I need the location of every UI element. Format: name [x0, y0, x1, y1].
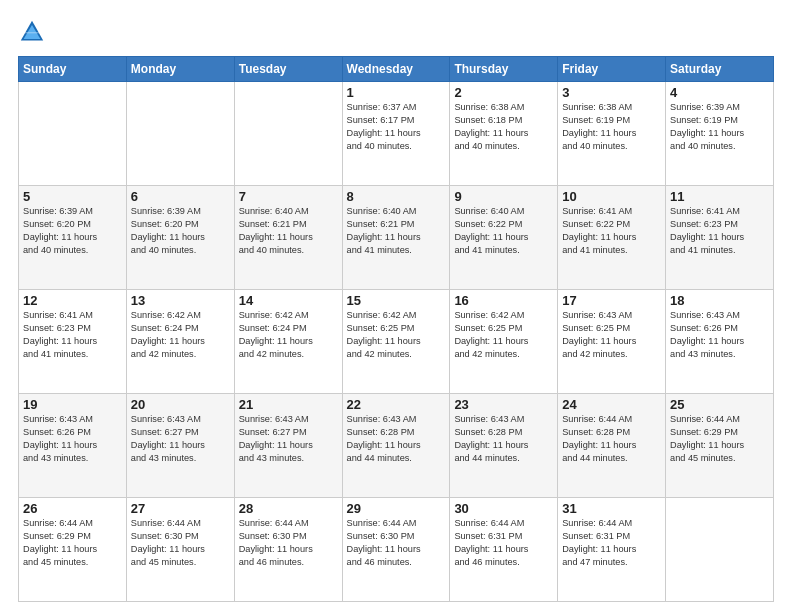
- calendar-cell: 11Sunrise: 6:41 AM Sunset: 6:23 PM Dayli…: [666, 186, 774, 290]
- day-number: 19: [23, 397, 122, 412]
- day-number: 25: [670, 397, 769, 412]
- calendar-cell: 12Sunrise: 6:41 AM Sunset: 6:23 PM Dayli…: [19, 290, 127, 394]
- calendar-cell: 25Sunrise: 6:44 AM Sunset: 6:29 PM Dayli…: [666, 394, 774, 498]
- day-number: 12: [23, 293, 122, 308]
- day-number: 1: [347, 85, 446, 100]
- calendar-cell: 17Sunrise: 6:43 AM Sunset: 6:25 PM Dayli…: [558, 290, 666, 394]
- day-number: 10: [562, 189, 661, 204]
- day-info: Sunrise: 6:43 AM Sunset: 6:25 PM Dayligh…: [562, 309, 661, 361]
- day-number: 3: [562, 85, 661, 100]
- calendar-cell: 14Sunrise: 6:42 AM Sunset: 6:24 PM Dayli…: [234, 290, 342, 394]
- day-info: Sunrise: 6:44 AM Sunset: 6:29 PM Dayligh…: [670, 413, 769, 465]
- calendar-cell: 27Sunrise: 6:44 AM Sunset: 6:30 PM Dayli…: [126, 498, 234, 602]
- day-number: 31: [562, 501, 661, 516]
- day-info: Sunrise: 6:44 AM Sunset: 6:30 PM Dayligh…: [239, 517, 338, 569]
- day-number: 15: [347, 293, 446, 308]
- calendar-cell: 26Sunrise: 6:44 AM Sunset: 6:29 PM Dayli…: [19, 498, 127, 602]
- day-number: 14: [239, 293, 338, 308]
- day-info: Sunrise: 6:39 AM Sunset: 6:20 PM Dayligh…: [23, 205, 122, 257]
- day-info: Sunrise: 6:43 AM Sunset: 6:27 PM Dayligh…: [239, 413, 338, 465]
- day-number: 6: [131, 189, 230, 204]
- day-number: 9: [454, 189, 553, 204]
- calendar-cell: 1Sunrise: 6:37 AM Sunset: 6:17 PM Daylig…: [342, 82, 450, 186]
- day-info: Sunrise: 6:44 AM Sunset: 6:29 PM Dayligh…: [23, 517, 122, 569]
- day-info: Sunrise: 6:41 AM Sunset: 6:23 PM Dayligh…: [23, 309, 122, 361]
- calendar-cell: 8Sunrise: 6:40 AM Sunset: 6:21 PM Daylig…: [342, 186, 450, 290]
- day-info: Sunrise: 6:43 AM Sunset: 6:28 PM Dayligh…: [454, 413, 553, 465]
- day-info: Sunrise: 6:38 AM Sunset: 6:18 PM Dayligh…: [454, 101, 553, 153]
- day-info: Sunrise: 6:43 AM Sunset: 6:26 PM Dayligh…: [23, 413, 122, 465]
- calendar-cell: 2Sunrise: 6:38 AM Sunset: 6:18 PM Daylig…: [450, 82, 558, 186]
- header: [18, 18, 774, 46]
- day-number: 11: [670, 189, 769, 204]
- calendar-cell: 16Sunrise: 6:42 AM Sunset: 6:25 PM Dayli…: [450, 290, 558, 394]
- calendar-cell: 5Sunrise: 6:39 AM Sunset: 6:20 PM Daylig…: [19, 186, 127, 290]
- day-number: 22: [347, 397, 446, 412]
- col-header-sunday: Sunday: [19, 57, 127, 82]
- day-info: Sunrise: 6:40 AM Sunset: 6:22 PM Dayligh…: [454, 205, 553, 257]
- col-header-thursday: Thursday: [450, 57, 558, 82]
- page: SundayMondayTuesdayWednesdayThursdayFrid…: [0, 0, 792, 612]
- day-number: 16: [454, 293, 553, 308]
- logo-icon: [18, 18, 46, 46]
- day-number: 28: [239, 501, 338, 516]
- day-number: 29: [347, 501, 446, 516]
- calendar-cell: 29Sunrise: 6:44 AM Sunset: 6:30 PM Dayli…: [342, 498, 450, 602]
- svg-rect-2: [25, 32, 39, 33]
- calendar-cell: 20Sunrise: 6:43 AM Sunset: 6:27 PM Dayli…: [126, 394, 234, 498]
- col-header-monday: Monday: [126, 57, 234, 82]
- day-info: Sunrise: 6:40 AM Sunset: 6:21 PM Dayligh…: [347, 205, 446, 257]
- day-info: Sunrise: 6:44 AM Sunset: 6:30 PM Dayligh…: [131, 517, 230, 569]
- calendar-cell: [666, 498, 774, 602]
- day-number: 4: [670, 85, 769, 100]
- day-info: Sunrise: 6:42 AM Sunset: 6:25 PM Dayligh…: [454, 309, 553, 361]
- col-header-friday: Friday: [558, 57, 666, 82]
- day-info: Sunrise: 6:39 AM Sunset: 6:20 PM Dayligh…: [131, 205, 230, 257]
- day-info: Sunrise: 6:43 AM Sunset: 6:28 PM Dayligh…: [347, 413, 446, 465]
- calendar-cell: 10Sunrise: 6:41 AM Sunset: 6:22 PM Dayli…: [558, 186, 666, 290]
- calendar-cell: 23Sunrise: 6:43 AM Sunset: 6:28 PM Dayli…: [450, 394, 558, 498]
- calendar-header-row: SundayMondayTuesdayWednesdayThursdayFrid…: [19, 57, 774, 82]
- day-info: Sunrise: 6:39 AM Sunset: 6:19 PM Dayligh…: [670, 101, 769, 153]
- day-number: 17: [562, 293, 661, 308]
- day-info: Sunrise: 6:44 AM Sunset: 6:28 PM Dayligh…: [562, 413, 661, 465]
- col-header-tuesday: Tuesday: [234, 57, 342, 82]
- day-info: Sunrise: 6:38 AM Sunset: 6:19 PM Dayligh…: [562, 101, 661, 153]
- day-info: Sunrise: 6:42 AM Sunset: 6:25 PM Dayligh…: [347, 309, 446, 361]
- calendar-table: SundayMondayTuesdayWednesdayThursdayFrid…: [18, 56, 774, 602]
- calendar-cell: 7Sunrise: 6:40 AM Sunset: 6:21 PM Daylig…: [234, 186, 342, 290]
- calendar-week-3: 12Sunrise: 6:41 AM Sunset: 6:23 PM Dayli…: [19, 290, 774, 394]
- day-info: Sunrise: 6:37 AM Sunset: 6:17 PM Dayligh…: [347, 101, 446, 153]
- day-info: Sunrise: 6:41 AM Sunset: 6:22 PM Dayligh…: [562, 205, 661, 257]
- day-number: 21: [239, 397, 338, 412]
- calendar-cell: [19, 82, 127, 186]
- day-number: 13: [131, 293, 230, 308]
- calendar-week-1: 1Sunrise: 6:37 AM Sunset: 6:17 PM Daylig…: [19, 82, 774, 186]
- calendar-cell: 30Sunrise: 6:44 AM Sunset: 6:31 PM Dayli…: [450, 498, 558, 602]
- logo: [18, 18, 50, 46]
- day-number: 2: [454, 85, 553, 100]
- calendar-cell: 24Sunrise: 6:44 AM Sunset: 6:28 PM Dayli…: [558, 394, 666, 498]
- calendar-cell: [234, 82, 342, 186]
- calendar-cell: 3Sunrise: 6:38 AM Sunset: 6:19 PM Daylig…: [558, 82, 666, 186]
- day-info: Sunrise: 6:44 AM Sunset: 6:30 PM Dayligh…: [347, 517, 446, 569]
- calendar-cell: 6Sunrise: 6:39 AM Sunset: 6:20 PM Daylig…: [126, 186, 234, 290]
- calendar-cell: 13Sunrise: 6:42 AM Sunset: 6:24 PM Dayli…: [126, 290, 234, 394]
- day-number: 20: [131, 397, 230, 412]
- day-info: Sunrise: 6:40 AM Sunset: 6:21 PM Dayligh…: [239, 205, 338, 257]
- day-info: Sunrise: 6:43 AM Sunset: 6:26 PM Dayligh…: [670, 309, 769, 361]
- calendar-week-5: 26Sunrise: 6:44 AM Sunset: 6:29 PM Dayli…: [19, 498, 774, 602]
- day-number: 5: [23, 189, 122, 204]
- col-header-wednesday: Wednesday: [342, 57, 450, 82]
- calendar-cell: 9Sunrise: 6:40 AM Sunset: 6:22 PM Daylig…: [450, 186, 558, 290]
- day-number: 27: [131, 501, 230, 516]
- day-number: 23: [454, 397, 553, 412]
- calendar-cell: 28Sunrise: 6:44 AM Sunset: 6:30 PM Dayli…: [234, 498, 342, 602]
- calendar-week-2: 5Sunrise: 6:39 AM Sunset: 6:20 PM Daylig…: [19, 186, 774, 290]
- day-number: 7: [239, 189, 338, 204]
- calendar-cell: [126, 82, 234, 186]
- calendar-cell: 4Sunrise: 6:39 AM Sunset: 6:19 PM Daylig…: [666, 82, 774, 186]
- day-number: 30: [454, 501, 553, 516]
- day-number: 18: [670, 293, 769, 308]
- day-info: Sunrise: 6:43 AM Sunset: 6:27 PM Dayligh…: [131, 413, 230, 465]
